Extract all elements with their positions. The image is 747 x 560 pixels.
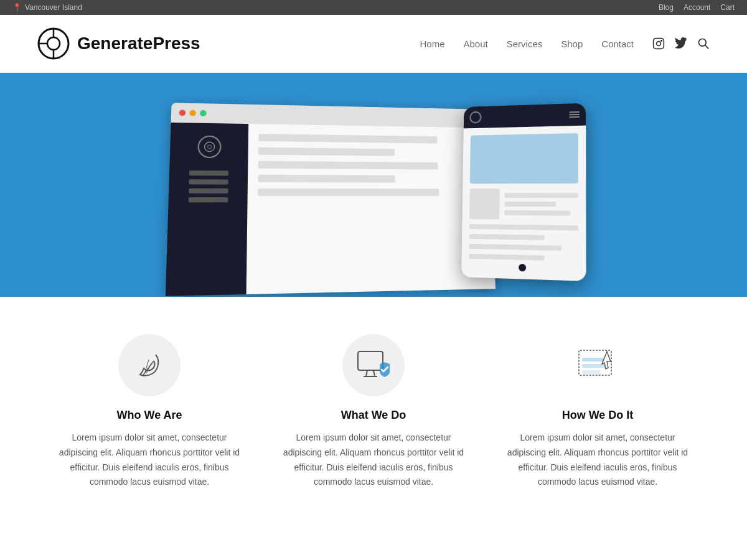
top-bar: 📍 Vancouver Island Blog Account Cart [0,0,747,15]
svg-line-13 [366,370,367,376]
twitter-icon[interactable] [675,37,687,50]
sidebar-nav-lines [189,170,228,202]
instagram-icon[interactable] [652,37,665,50]
features-section: Who We Are Lorem ipsum dolor sit amet, c… [0,297,747,527]
site-header: GeneratePress Home About Services Shop C… [0,15,747,73]
phone-thumb-1 [469,189,500,220]
nav-social-icons [652,37,710,50]
what-we-do-text: Lorem ipsum dolor sit amet, consectetur … [280,431,467,490]
menu-line-1 [570,111,580,113]
content-block-5 [258,189,439,196]
how-we-do-it-icon-wrap [566,334,629,396]
phone-line-7 [469,254,545,261]
svg-line-9 [705,45,708,49]
blog-link[interactable]: Blog [659,3,674,12]
who-we-are-title: Who We Are [116,409,182,422]
feature-who-we-are: Who We Are Lorem ipsum dolor sit amet, c… [56,334,243,490]
feature-what-we-do: What We Do Lorem ipsum dolor sit amet, c… [280,334,467,490]
logo-text: GeneratePress [77,34,200,54]
content-block-1 [258,134,438,144]
phone-mockup [461,103,586,281]
phone-line-1 [504,193,578,198]
logo-icon [37,27,70,60]
feature-how-we-do-it: How We Do It Lorem ipsum dolor sit amet,… [504,334,691,490]
cursor-window-icon [576,345,619,386]
sidebar-line-4 [189,197,228,202]
menu-line-3 [570,116,580,118]
site-logo[interactable]: GeneratePress [37,27,200,60]
hero-illustration [125,79,622,291]
feather-icon [134,350,165,381]
close-dot [179,110,186,116]
phone-line-3 [504,210,571,216]
svg-point-10 [204,142,214,151]
how-we-do-it-text: Lorem ipsum dolor sit amet, consectetur … [504,431,691,490]
contact-nav-link[interactable]: Contact [601,39,634,49]
cart-link[interactable]: Cart [720,3,735,12]
menu-line-2 [570,114,580,115]
account-link[interactable]: Account [684,3,710,12]
browser-sidebar [166,123,248,296]
svg-line-14 [374,370,375,376]
svg-point-7 [661,40,662,42]
content-block-3 [258,161,439,170]
svg-rect-18 [582,364,608,368]
maximize-dot [200,110,207,116]
svg-point-8 [699,39,707,47]
phone-menu-lines [570,111,580,118]
browser-body [166,123,496,296]
location-text: Vancouver Island [25,3,82,12]
sidebar-line-2 [189,179,228,184]
phone-body [461,126,586,269]
who-we-are-icon-wrap [118,334,181,396]
sidebar-line-1 [189,170,228,175]
phone-line-5 [469,234,544,240]
phone-line-6 [469,244,561,251]
browser-content [247,124,496,294]
shield-monitor-icon [355,348,392,383]
location-section: 📍 Vancouver Island [12,3,82,12]
top-bar-links: Blog Account Cart [659,3,735,12]
content-block-4 [258,175,395,183]
hero-section [0,73,747,297]
phone-home-button [519,264,526,272]
svg-point-1 [47,37,60,50]
about-nav-link[interactable]: About [464,39,488,49]
what-we-do-title: What We Do [341,409,406,422]
phone-line-4 [469,224,578,230]
sidebar-line-3 [189,189,228,194]
svg-rect-19 [582,370,601,374]
phone-logo [469,111,481,124]
what-we-do-icon-wrap [342,334,405,396]
shop-nav-link[interactable]: Shop [561,39,583,49]
how-we-do-it-title: How We Do It [562,409,634,422]
minimize-dot [189,110,196,116]
search-icon[interactable] [697,37,710,50]
browser-mockup [166,103,496,296]
svg-point-11 [207,145,212,149]
svg-point-6 [657,42,661,46]
svg-rect-5 [654,39,664,49]
content-block-2 [258,147,395,156]
home-nav-link[interactable]: Home [420,39,445,49]
phone-line-2 [504,202,555,207]
svg-rect-12 [358,352,383,370]
phone-image-block [470,133,578,184]
sidebar-logo [197,136,221,159]
services-nav-link[interactable]: Services [507,39,543,49]
who-we-are-text: Lorem ipsum dolor sit amet, consectetur … [56,431,243,490]
main-nav: Home About Services Shop Contact [420,37,710,50]
location-pin-icon: 📍 [12,3,22,12]
phone-header [464,103,586,129]
